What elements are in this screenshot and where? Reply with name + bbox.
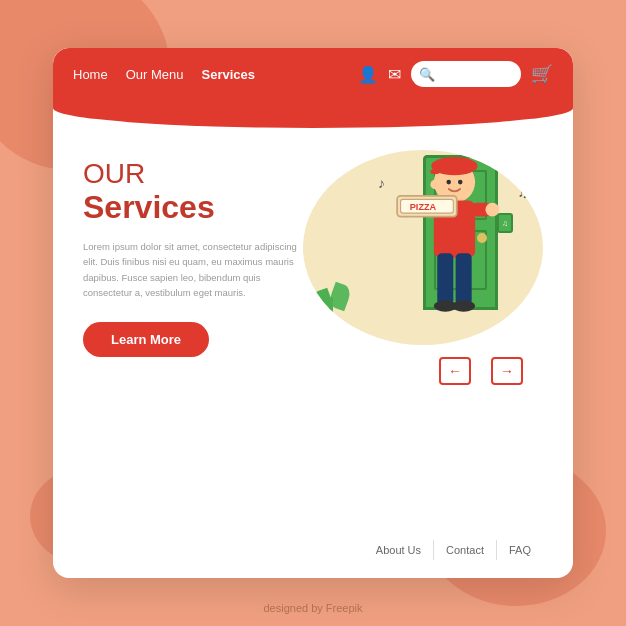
nav-services[interactable]: Services	[202, 67, 256, 82]
footer: designed by Freepik	[0, 602, 626, 614]
body-text: Lorem ipsum dolor sit amet, consectetur …	[83, 239, 303, 300]
svg-text:PIZZA: PIZZA	[410, 202, 437, 212]
nav-links: Home Our Menu Services	[73, 67, 358, 82]
illustration-area: ♪ ♫ ♫	[303, 150, 543, 345]
nav-our-menu[interactable]: Our Menu	[126, 67, 184, 82]
nav-home[interactable]: Home	[73, 67, 108, 82]
svg-rect-2	[432, 161, 478, 170]
contact-link[interactable]: Contact	[434, 540, 497, 560]
svg-point-9	[485, 203, 499, 217]
cart-icon[interactable]: 🛒	[531, 63, 553, 85]
user-icon[interactable]: 👤	[358, 65, 378, 84]
search-icon: 🔍	[419, 67, 435, 82]
svg-point-18	[458, 180, 463, 185]
search-bar[interactable]: 🔍	[411, 61, 521, 87]
svg-point-16	[452, 300, 475, 311]
landing-card: Home Our Menu Services 👤 ✉ 🔍 🛒 OUR Servi…	[53, 48, 573, 578]
navbar: Home Our Menu Services 👤 ✉ 🔍 🛒	[53, 48, 573, 100]
heading-services: Services	[83, 190, 303, 225]
mail-icon[interactable]: ✉	[388, 65, 401, 84]
nav-arrows: ← →	[439, 357, 523, 385]
heading-our: OUR	[83, 160, 303, 188]
svg-rect-3	[430, 170, 439, 175]
svg-point-4	[430, 180, 439, 189]
prev-arrow[interactable]: ←	[439, 357, 471, 385]
next-arrow[interactable]: →	[491, 357, 523, 385]
main-content: OUR Services Lorem ipsum dolor sit amet,…	[53, 100, 573, 578]
svg-rect-14	[456, 253, 472, 305]
delivery-person: PIZZA	[323, 150, 543, 345]
learn-more-button[interactable]: Learn More	[83, 322, 209, 357]
bottom-links: About Us Contact FAQ	[364, 540, 543, 560]
nav-icons: 👤 ✉ 🔍 🛒	[358, 61, 553, 87]
svg-rect-13	[437, 253, 453, 305]
about-us-link[interactable]: About Us	[364, 540, 434, 560]
left-section: OUR Services Lorem ipsum dolor sit amet,…	[83, 150, 303, 558]
designed-by-text: designed by Freepik	[263, 602, 362, 614]
right-section: ♪ ♫ ♫	[303, 150, 543, 558]
svg-point-17	[446, 180, 451, 185]
faq-link[interactable]: FAQ	[497, 540, 543, 560]
